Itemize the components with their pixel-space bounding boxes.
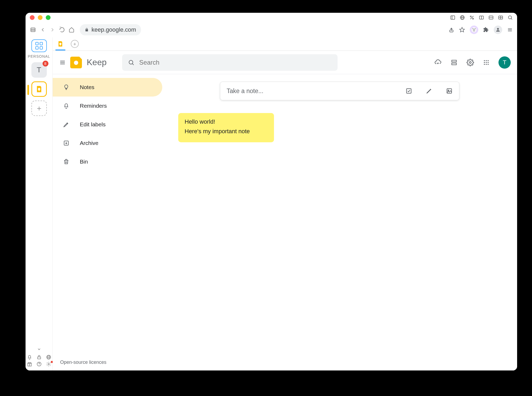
- pencil-icon: [63, 121, 70, 128]
- body-split: PERSONAL T 8 ＋: [26, 37, 517, 370]
- minimise-window-button[interactable]: [38, 15, 43, 20]
- svg-rect-17: [31, 28, 35, 32]
- rail-collapse-chevron-icon[interactable]: [37, 347, 41, 351]
- svg-line-5: [470, 16, 473, 19]
- globe-icon[interactable]: [460, 15, 465, 20]
- workspace-item-t[interactable]: T 8: [31, 62, 47, 78]
- nav-item-notes[interactable]: Notes: [53, 78, 162, 97]
- svg-point-57: [486, 64, 487, 65]
- panel-icon[interactable]: [450, 15, 455, 20]
- note-title: Hello world!: [185, 118, 268, 125]
- svg-point-55: [488, 62, 489, 63]
- nav-label: Reminders: [80, 103, 107, 109]
- grid-icon[interactable]: [498, 15, 503, 20]
- percent-icon[interactable]: [469, 15, 475, 20]
- browser-profile-icon[interactable]: [494, 26, 502, 34]
- extensions-puzzle-icon[interactable]: [483, 27, 489, 33]
- keep-account-avatar[interactable]: T: [498, 56, 511, 69]
- take-note-input[interactable]: Take a note...: [220, 82, 459, 100]
- svg-point-54: [486, 62, 487, 63]
- keep-app: Keep T: [53, 51, 517, 370]
- sidebar-toggle-icon[interactable]: [30, 27, 36, 33]
- nav-label: Bin: [80, 159, 88, 165]
- add-workspace-button[interactable]: ＋: [31, 101, 47, 116]
- forward-button[interactable]: [49, 27, 55, 33]
- svg-point-29: [38, 88, 40, 90]
- svg-point-52: [488, 60, 489, 61]
- svg-point-38: [39, 365, 39, 365]
- keep-menu-button[interactable]: [59, 59, 65, 66]
- keep-bulb-icon: [35, 85, 43, 93]
- rail-section-label: PERSONAL: [28, 54, 50, 59]
- keep-search-input[interactable]: [139, 59, 331, 66]
- trash-icon: [63, 159, 70, 165]
- keep-header-actions: T: [434, 56, 511, 69]
- keep-search-field[interactable]: [122, 54, 338, 71]
- content-tab-strip: ＋: [53, 37, 517, 51]
- keep-view-toggle-icon[interactable]: [451, 59, 458, 66]
- bookmark-star-icon[interactable]: [459, 27, 465, 33]
- new-drawing-icon[interactable]: [426, 87, 433, 94]
- workspace-item-keep[interactable]: [31, 81, 47, 97]
- left-rail: PERSONAL T 8 ＋: [26, 37, 53, 370]
- svg-line-46: [132, 64, 134, 65]
- content-pane: ＋ Keep: [53, 37, 517, 370]
- svg-point-15: [508, 16, 512, 19]
- home-button[interactable]: [69, 27, 74, 33]
- browser-window: keep.google.com: [26, 13, 517, 370]
- rail-settings-icon[interactable]: [46, 361, 51, 367]
- close-window-button[interactable]: [30, 15, 35, 20]
- svg-point-6: [470, 16, 471, 17]
- note-body: Here's my important note: [185, 128, 268, 135]
- rail-globe-icon[interactable]: [46, 355, 51, 360]
- svg-point-50: [484, 60, 485, 61]
- tab-keep[interactable]: [56, 40, 64, 48]
- note-card[interactable]: Hello world! Here's my important note: [178, 113, 274, 142]
- titlebar-icons: [450, 15, 513, 20]
- new-image-icon[interactable]: [446, 87, 453, 94]
- reload-button[interactable]: [59, 27, 65, 33]
- footer-link-licences[interactable]: Open-source licences: [60, 360, 106, 365]
- svg-point-25: [497, 28, 499, 30]
- svg-rect-48: [452, 63, 456, 65]
- svg-rect-0: [451, 16, 455, 19]
- keep-refresh-cloud-icon[interactable]: [434, 59, 442, 66]
- workspace-letter: T: [37, 66, 41, 74]
- workspace-badge: 8: [43, 61, 48, 66]
- share-icon[interactable]: [448, 27, 454, 33]
- google-apps-icon[interactable]: [483, 59, 489, 66]
- spaces-grid-icon: [35, 42, 43, 49]
- svg-rect-63: [406, 89, 411, 93]
- nav-label: Edit labels: [80, 121, 106, 128]
- rail-bell-icon[interactable]: [27, 355, 32, 360]
- browser-toolbar: keep.google.com: [26, 22, 517, 37]
- back-button[interactable]: [40, 27, 46, 33]
- extension-avatar-icon[interactable]: [470, 26, 478, 34]
- keep-body: Notes Reminders Edit labels Archive: [53, 74, 517, 370]
- tab-add-button[interactable]: ＋: [71, 40, 79, 48]
- url-text: keep.google.com: [92, 26, 136, 33]
- nav-item-bin[interactable]: Bin: [53, 152, 162, 171]
- search-icon[interactable]: [508, 15, 513, 20]
- nav-label: Notes: [80, 84, 94, 90]
- nav-item-reminders[interactable]: Reminders: [53, 97, 162, 115]
- rail-help-icon[interactable]: [36, 361, 42, 367]
- keep-header: Keep T: [53, 51, 517, 74]
- nav-item-edit-labels[interactable]: Edit labels: [53, 115, 162, 134]
- svg-marker-21: [460, 27, 464, 32]
- lock-icon: [85, 28, 89, 32]
- new-list-icon[interactable]: [405, 87, 412, 94]
- svg-rect-47: [452, 60, 456, 62]
- nav-item-archive[interactable]: Archive: [53, 134, 162, 152]
- rail-gift-icon[interactable]: [27, 361, 32, 367]
- browser-menu-icon[interactable]: [507, 27, 513, 33]
- svg-rect-30: [39, 90, 40, 91]
- rail-lock-icon[interactable]: [36, 355, 42, 360]
- window-controls: [30, 15, 51, 20]
- columns-icon[interactable]: [488, 15, 494, 20]
- address-bar[interactable]: keep.google.com: [80, 24, 141, 35]
- split-icon[interactable]: [479, 15, 484, 20]
- spaces-button[interactable]: [31, 39, 47, 52]
- keep-settings-icon[interactable]: [467, 59, 474, 66]
- zoom-window-button[interactable]: [46, 15, 51, 20]
